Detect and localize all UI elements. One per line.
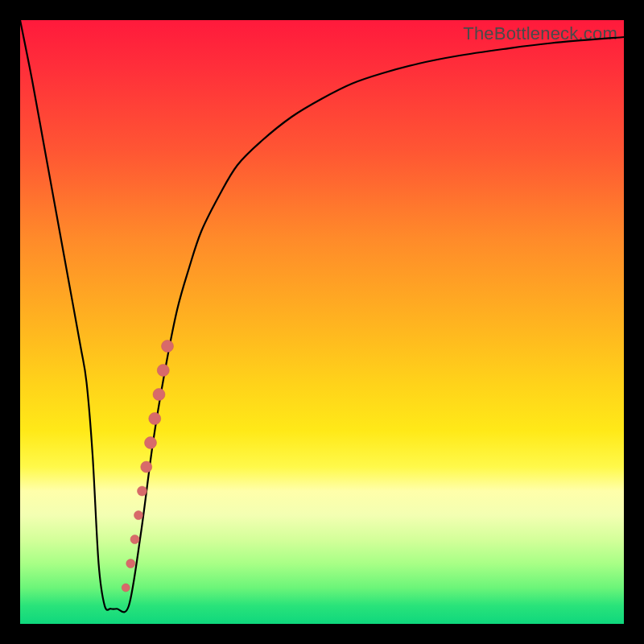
highlight-dot xyxy=(130,535,139,544)
highlight-dot xyxy=(162,341,174,353)
bottleneck-curve xyxy=(20,20,624,612)
highlight-dot xyxy=(134,511,143,520)
highlight-dot xyxy=(145,437,157,449)
highlight-dots-group xyxy=(122,341,173,592)
highlight-dot xyxy=(153,389,165,401)
highlight-dot xyxy=(157,365,169,377)
plot-area: TheBottleneck.com xyxy=(20,20,624,624)
highlight-dot xyxy=(149,413,161,425)
highlight-dot xyxy=(141,461,152,473)
chart-svg xyxy=(20,20,624,624)
highlight-dot xyxy=(138,486,147,496)
chart-frame: TheBottleneck.com xyxy=(0,0,644,644)
highlight-dot xyxy=(122,584,130,592)
highlight-dot xyxy=(126,559,135,568)
